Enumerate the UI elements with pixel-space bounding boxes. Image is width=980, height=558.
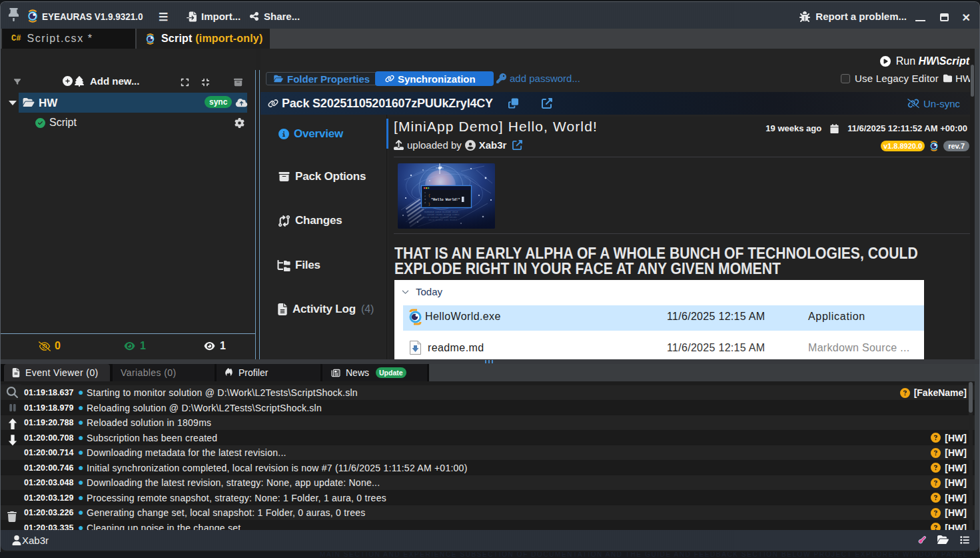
- svg-text:{: {: [428, 194, 430, 197]
- svg-text:4: 4: [424, 201, 426, 204]
- svg-text:}: }: [428, 203, 430, 206]
- svg-text:3: 3: [424, 198, 426, 201]
- svg-text:1: 1: [424, 191, 426, 194]
- svg-text:2: 2: [424, 195, 426, 197]
- svg-text:"Hello World!": "Hello World!": [431, 198, 460, 202]
